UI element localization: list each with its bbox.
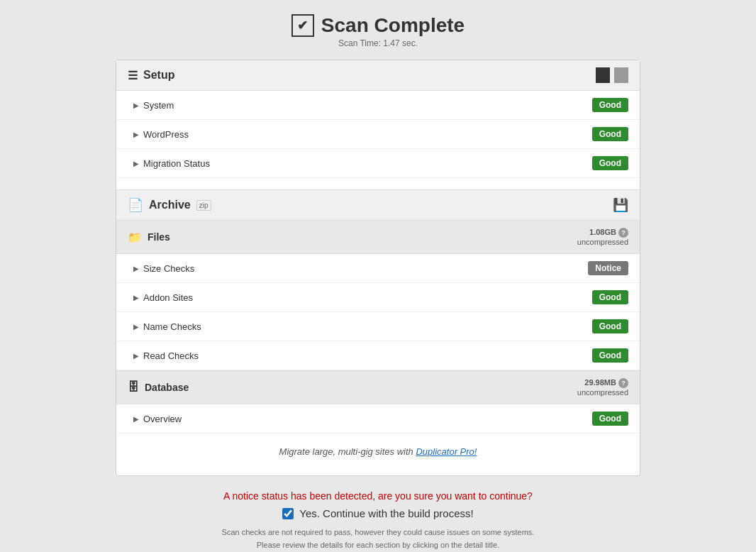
floppy-icon: 💾 <box>613 197 628 213</box>
status-badge-migration: Good <box>592 156 628 170</box>
bottom-section: A notice status has been detected, are y… <box>116 490 640 552</box>
status-badge-name-checks: Good <box>592 319 628 333</box>
addon-sites-row[interactable]: ▶ Addon Sites Good <box>116 283 640 312</box>
notice-warning-text: A notice status has been detected, are y… <box>116 490 640 502</box>
folder-icon: 📁 <box>128 231 142 244</box>
status-badge-system: Good <box>592 98 628 112</box>
file-export-icon <box>614 67 628 83</box>
setup-icons <box>596 67 628 83</box>
files-size-value: 1.08GB <box>589 228 616 236</box>
status-badge-wordpress: Good <box>592 127 628 141</box>
archive-section-header: 📄 Archive zip 💾 <box>116 189 640 221</box>
database-row[interactable]: 🗄 Database 29.98MB ? uncompressed <box>116 370 640 404</box>
archive-file-icon: 📄 <box>128 197 143 213</box>
expand-arrow: ▶ <box>133 323 139 331</box>
db-size-value: 29.98MB <box>584 378 616 387</box>
continue-checkbox-label[interactable]: Yes. Continue with the build process! <box>299 507 473 519</box>
expand-arrow: ▶ <box>133 415 139 423</box>
status-badge-size-checks: Notice <box>588 261 628 275</box>
overview-row[interactable]: ▶ Overview Good <box>116 404 640 434</box>
note-text: Scan checks are not required to pass, ho… <box>116 526 640 551</box>
setup-migration-row[interactable]: ▶ Migration Status Good <box>116 149 640 178</box>
section-divider <box>116 178 640 189</box>
setup-wordpress-row[interactable]: ▶ WordPress Good <box>116 120 640 149</box>
title-text: Scan Complete <box>321 14 465 37</box>
question-icon: ? <box>618 228 628 238</box>
files-size-sub: uncompressed <box>577 238 628 246</box>
page-header: ✔ Scan Complete Scan Time: 1.47 sec. <box>291 14 465 48</box>
name-checks-row[interactable]: ▶ Name Checks Good <box>116 312 640 341</box>
expand-arrow: ▶ <box>133 101 139 109</box>
expand-arrow: ▶ <box>133 352 139 360</box>
film-icon <box>596 67 610 83</box>
archive-title: Archive <box>149 199 191 211</box>
expand-arrow: ▶ <box>133 294 139 302</box>
duplicator-pro-link[interactable]: Duplicator Pro! <box>416 446 477 457</box>
continue-checkbox[interactable] <box>282 508 294 519</box>
list-icon: ☰ <box>128 69 138 82</box>
continue-checkbox-line: Yes. Continue with the build process! <box>116 507 640 519</box>
expand-arrow: ▶ <box>133 160 139 167</box>
scan-complete-title: ✔ Scan Complete <box>291 14 465 37</box>
status-badge-addon-sites: Good <box>592 290 628 304</box>
setup-title: ☰ Setup <box>128 69 174 82</box>
main-card: ☰ Setup ▶ System Good ▶ WordPress Good ▶… <box>116 60 640 476</box>
expand-arrow: ▶ <box>133 265 139 272</box>
scan-time: Scan Time: 1.47 sec. <box>291 38 465 48</box>
setup-section-header: ☰ Setup <box>116 60 640 91</box>
status-badge-overview: Good <box>592 412 628 426</box>
expand-arrow: ▶ <box>133 131 139 138</box>
db-size-sub: uncompressed <box>577 388 628 397</box>
promo-line: Migrate large, multi-gig sites with Dupl… <box>116 434 640 461</box>
files-row[interactable]: 📁 Files 1.08GB ? uncompressed <box>116 221 640 254</box>
question-icon-db: ? <box>618 378 628 388</box>
checkmark-icon: ✔ <box>291 14 314 37</box>
size-checks-row[interactable]: ▶ Size Checks Notice <box>116 254 640 283</box>
read-checks-row[interactable]: ▶ Read Checks Good <box>116 341 640 370</box>
database-icon: 🗄 <box>128 381 139 394</box>
status-badge-read-checks: Good <box>592 348 628 363</box>
setup-system-row[interactable]: ▶ System Good <box>116 91 640 120</box>
zip-badge: zip <box>196 200 211 211</box>
